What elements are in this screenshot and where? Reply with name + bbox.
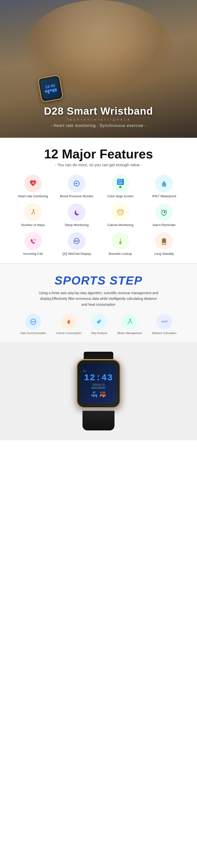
led-sub: ⬤ — [119, 185, 122, 188]
watch-metrics: 87 6.2K — [91, 391, 106, 398]
hero-section: 12:43 D28 Smart Wristband f a s h i o n … — [0, 0, 197, 138]
feature-sleep: Sleep Monitoring — [56, 204, 97, 227]
fire-svg — [64, 317, 73, 326]
led-color-label: Color large screen — [107, 194, 134, 198]
running-svg — [125, 317, 134, 326]
svg-point-8 — [76, 241, 77, 242]
svg-rect-13 — [163, 238, 165, 239]
bar-t1 — [100, 395, 101, 397]
water-svg — [160, 179, 168, 188]
distance-svg — [160, 317, 169, 326]
watch-strap-bottom — [83, 411, 114, 430]
bar-t4 — [105, 395, 106, 396]
step-analysis-icon-circle — [91, 314, 107, 330]
bar-t2 — [102, 395, 103, 396]
data-sync-label: Data Synchronization — [21, 332, 46, 335]
features-section: 12 Major Features - You can do more, so … — [0, 138, 197, 264]
bar5 — [54, 88, 57, 91]
svg-point-18 — [33, 321, 34, 322]
standby-label: Long Standby — [154, 252, 174, 256]
watch-date: 2018.01.15 — [92, 383, 105, 386]
sports-distance: Distance Calculation — [152, 314, 176, 335]
heart-rate-icon — [24, 175, 42, 192]
feature-grid: Heart rate monitoring Blood Pressure Mon… — [10, 175, 187, 256]
waterproof-label: IP6/7 Waterproof — [152, 194, 176, 198]
wechat-label: QQ WeChat Display — [62, 252, 91, 256]
sports-section: SPORTS STEP Using a three-axis step-by-s… — [0, 264, 197, 342]
waterproof-icon — [155, 175, 173, 192]
watch-day: SATURDAY — [91, 386, 106, 390]
bar-s3 — [94, 395, 95, 396]
watch-metric-heart: 87 — [91, 391, 97, 398]
wechat-svg — [72, 237, 81, 245]
standby-icon — [155, 232, 173, 250]
distance-label: Distance Calculation — [152, 332, 176, 335]
features-subheading: - You can do more, so you can get enough… — [10, 163, 187, 167]
watch-screen: PM 12:43 2018.01.15 SATURDAY 87 — [81, 364, 116, 404]
calorie-burn-icon-circle — [61, 314, 77, 330]
bar-s2 — [93, 395, 94, 397]
sleep-label: Sleep Monitoring — [64, 223, 89, 227]
feature-call: Incoming Call — [12, 232, 54, 256]
svg-point-20 — [67, 323, 70, 324]
svg-point-2 — [32, 209, 34, 211]
feature-calorie: CALORIE Calorie Monitoring — [100, 204, 141, 227]
bar1 — [45, 90, 47, 92]
feature-standby: Long Standby — [144, 232, 185, 256]
watch-pm-indicator: PM — [83, 370, 86, 372]
sports-motion: Motion Management — [117, 314, 142, 335]
call-label: Incoming Call — [23, 252, 43, 256]
heart-rate-label: Heart rate monitoring — [18, 194, 48, 198]
sleep-svg — [72, 208, 81, 217]
calorie-icon: CALORIE — [112, 204, 129, 221]
svg-point-7 — [75, 241, 76, 242]
distance-icon-circle — [157, 314, 172, 330]
sports-calorie: Calorie Consumption — [56, 314, 82, 335]
motion-label: Motion Management — [117, 332, 142, 335]
bar2 — [47, 90, 50, 94]
footstep-svg — [95, 317, 104, 326]
svg-point-1 — [76, 183, 77, 184]
call-icon — [24, 232, 42, 250]
alarm-icon — [155, 204, 173, 221]
blood-pressure-icon — [68, 175, 85, 192]
hero-text-block: D28 Smart Wristband f a s h i o n i n t … — [44, 105, 153, 128]
calorie-label: Calorie Monitoring — [107, 223, 134, 227]
svg-point-11 — [120, 242, 121, 243]
sports-description: Using a three-axis step-by-step algorith… — [37, 290, 160, 308]
steps-svg — [29, 208, 37, 217]
sleep-icon — [68, 204, 85, 221]
data-sync-icon-circle — [25, 314, 41, 330]
bracelet-label: Bracelet Lookup — [109, 252, 132, 256]
hero-watch: 12:43 — [37, 74, 63, 102]
calorie-burn-label: Calorie Consumption — [56, 332, 82, 335]
svg-point-9 — [77, 241, 79, 242]
feature-led-color: 1.3LED ⬤ Color large screen — [100, 175, 141, 198]
svg-point-19 — [34, 321, 35, 322]
watch-metric-steps: 6.2K — [100, 391, 106, 398]
svg-point-17 — [31, 321, 33, 322]
watch-display-section: PM 12:43 2018.01.15 SATURDAY 87 — [0, 342, 197, 440]
data-sync-svg — [29, 317, 38, 326]
svg-text:CALORIE: CALORIE — [117, 210, 124, 212]
watch-body: PM 12:43 2018.01.15 SATURDAY 87 — [76, 359, 121, 408]
feature-waterproof: IP6/7 Waterproof — [144, 175, 185, 198]
bar4 — [52, 89, 54, 92]
led-color-icon: 1.3LED ⬤ — [112, 175, 129, 192]
heart-svg — [29, 179, 37, 188]
motion-icon-circle — [122, 314, 138, 330]
bracelet-icon — [112, 232, 129, 250]
blood-pressure-label: Blood Pressure Monitor — [60, 194, 93, 198]
wechat-icon — [68, 232, 85, 250]
features-heading: 12 Major Features — [10, 148, 187, 160]
hero-subtitle: - Heart rate monitoring · Synchronous ex… — [44, 123, 153, 128]
hero-watch-screen: 12:43 — [40, 78, 61, 100]
bar-t3 — [103, 395, 104, 397]
bar-s4 — [96, 395, 97, 398]
feature-heart-rate: Heart rate monitoring — [12, 175, 54, 198]
bracelet-svg — [116, 237, 125, 245]
hero-title: D28 Smart Wristband — [44, 105, 153, 117]
alarm-svg — [160, 208, 168, 217]
feature-blood-pressure: Blood Pressure Monitor — [56, 175, 97, 198]
metric-heart-val: 87 — [93, 391, 95, 394]
